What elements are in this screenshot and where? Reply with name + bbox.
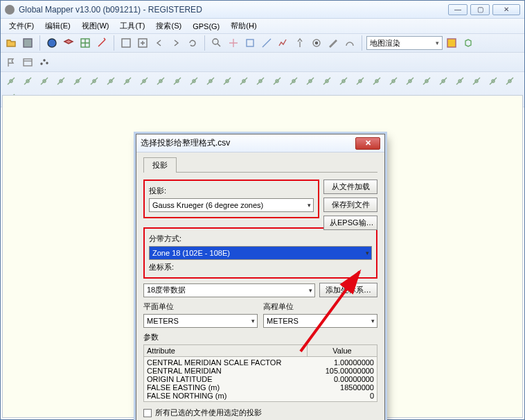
maximize-button[interactable]: ▢ — [470, 4, 490, 15]
window-icon[interactable] — [20, 55, 35, 70]
zoom-full-icon[interactable] — [118, 35, 134, 51]
menu-tools[interactable]: 工具(T) — [114, 19, 150, 33]
zone-combo[interactable]: Zone 18 (102E - 108E) — [149, 246, 372, 260]
menu-help[interactable]: 帮助(H) — [225, 19, 262, 33]
from-epsg-button[interactable]: 从EPSG输… — [323, 216, 377, 230]
svg-point-13 — [46, 62, 48, 64]
digitizer-tool-25[interactable] — [419, 73, 434, 89]
title-bar: Global Mapper v13.00 (b091211) - REGISTE… — [1, 1, 524, 19]
menu-gps[interactable]: GPS(G) — [187, 21, 225, 32]
palette-icon[interactable] — [444, 35, 459, 51]
draw-icon[interactable] — [326, 35, 341, 51]
digitizer-tool-14[interactable] — [236, 73, 251, 89]
digitizer-tool-12[interactable] — [203, 73, 218, 89]
digitizer-tool-0[interactable] — [3, 73, 19, 89]
load-from-file-button[interactable]: 从文件加载 — [323, 180, 377, 194]
projection-combo[interactable]: Gauss Krueger (6 degree zones) — [149, 198, 314, 212]
magnify-icon[interactable] — [209, 35, 224, 51]
projection-side-buttons: 从文件加载 保存到文件 从EPSG输… — [323, 180, 377, 230]
scatter-icon[interactable] — [37, 55, 52, 70]
digitizer-tool-15[interactable] — [253, 73, 268, 89]
dialog-title: 选择投影给整理格式.csv — [141, 137, 355, 149]
digitizer-tool-8[interactable] — [136, 73, 152, 89]
cube-3d-icon[interactable] — [461, 35, 476, 51]
digitizer-tool-17[interactable] — [286, 73, 301, 89]
digitizer-tool-10[interactable] — [170, 73, 185, 89]
apply-all-checkbox[interactable] — [143, 409, 152, 417]
grid-icon[interactable] — [78, 35, 93, 51]
digitizer-tool-4[interactable] — [70, 73, 85, 89]
render-mode-value: 地图渲染 — [370, 38, 400, 49]
layers-icon[interactable] — [61, 35, 76, 51]
param-row: FALSE NORTHING (m)0 — [147, 392, 374, 400]
svg-rect-10 — [24, 59, 32, 66]
menu-view[interactable]: 视图(W) — [76, 19, 115, 33]
digitizer-tool-23[interactable] — [386, 73, 401, 89]
digitizer-tool-22[interactable] — [369, 73, 384, 89]
zoom-prev-icon[interactable] — [152, 35, 167, 51]
minimize-button[interactable]: — — [448, 4, 468, 15]
render-mode-combo[interactable]: 地图渲染 — [366, 36, 443, 50]
digitizer-tool-9[interactable] — [153, 73, 168, 89]
menu-search[interactable]: 搜索(S) — [150, 19, 187, 33]
target-icon[interactable] — [309, 35, 324, 51]
save-to-file-button[interactable]: 保存到文件 — [323, 198, 377, 212]
flag-icon[interactable] — [3, 55, 19, 70]
digitizer-tool-2[interactable] — [37, 73, 52, 89]
dialog-title-bar[interactable]: 选择投影给整理格式.csv ✕ — [136, 134, 384, 152]
menu-edit[interactable]: 编辑(E) — [39, 19, 76, 33]
digitizer-tool-16[interactable] — [269, 73, 285, 89]
params-label: 参数 — [143, 332, 159, 342]
digitizer-tool-20[interactable] — [336, 73, 351, 89]
digitizer-tool-7[interactable] — [120, 73, 135, 89]
save-icon[interactable] — [20, 35, 35, 51]
digitizer-tool-18[interactable] — [303, 73, 318, 89]
digitizer-tool-24[interactable] — [402, 73, 418, 89]
planar-units-label: 平面单位 — [143, 301, 174, 312]
digitizer-tool-26[interactable] — [436, 73, 451, 89]
apply-all-label: 所有已选的文件使用选定的投影 — [155, 408, 262, 418]
svg-rect-0 — [24, 39, 32, 47]
zone-highlight-box: 分带方式: Zone 18 (102E - 108E) 坐标系: — [143, 227, 377, 279]
digitizer-tool-29[interactable] — [486, 73, 501, 89]
open-icon[interactable] — [3, 35, 19, 51]
refresh-icon[interactable] — [185, 35, 200, 51]
digitizer-tool-21[interactable] — [353, 73, 368, 89]
col-attribute: Attribute — [144, 345, 308, 356]
wand-icon[interactable] — [94, 35, 109, 51]
svg-rect-3 — [122, 39, 130, 47]
close-button[interactable]: ✕ — [492, 4, 520, 15]
globe-icon[interactable] — [44, 35, 60, 51]
arch-icon[interactable] — [342, 35, 357, 51]
digitizer-tool-1[interactable] — [20, 73, 35, 89]
tab-projection[interactable]: 投影 — [143, 157, 177, 173]
param-row: ORIGIN LATITUDE0.00000000 — [147, 375, 374, 383]
params-list[interactable]: CENTRAL MERIDIAN SCALE FACTOR1.00000000 … — [143, 357, 377, 402]
digitizer-tool-6[interactable] — [103, 73, 118, 89]
digitizer-tool-13[interactable] — [220, 73, 235, 89]
menu-file[interactable]: 文件(F) — [3, 19, 39, 33]
digitizer-tool-19[interactable] — [319, 73, 335, 89]
elev-units-combo[interactable]: METERS — [263, 314, 377, 328]
digitizer-tool-27[interactable] — [452, 73, 468, 89]
digitizer-tool-30[interactable] — [502, 73, 517, 89]
info-icon[interactable] — [242, 35, 258, 51]
params-header: Attribute Value — [143, 344, 377, 357]
measure-icon[interactable] — [259, 35, 274, 51]
datum-combo[interactable]: 18度带数据 — [143, 283, 315, 297]
digitizer-tool-3[interactable] — [53, 73, 69, 89]
tab-strip: 投影 — [143, 157, 377, 173]
dialog-close-button[interactable]: ✕ — [355, 137, 380, 150]
col-value: Value — [308, 345, 377, 356]
zoom-in-icon[interactable] — [135, 35, 150, 51]
add-datum-button[interactable]: 添加坐标系… — [319, 283, 377, 297]
pan-icon[interactable] — [226, 35, 241, 51]
svg-rect-9 — [447, 39, 456, 47]
digitizer-tool-11[interactable] — [186, 73, 202, 89]
planar-units-combo[interactable]: METERS — [143, 314, 258, 328]
zoom-next-icon[interactable] — [168, 35, 184, 51]
digitizer-tool-28[interactable] — [469, 73, 484, 89]
digitizer-tool-5[interactable] — [87, 73, 102, 89]
profile-icon[interactable] — [276, 35, 291, 51]
antenna-icon[interactable] — [292, 35, 308, 51]
